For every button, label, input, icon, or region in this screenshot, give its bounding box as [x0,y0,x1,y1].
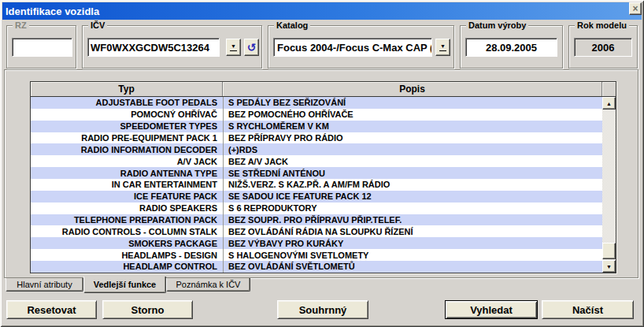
cell-typ: RADIO PRE-EQUIPMENT PACK 1 [31,132,223,144]
tab-hlavni-atributy[interactable]: Hlavní atributy [6,278,83,292]
table-row[interactable]: TELEPHONE PREPARATION PACKBEZ SOUPR. PRO… [31,214,602,226]
vyhledat-button[interactable]: Vyhledat [445,300,538,319]
chevron-down-icon: ▼ [440,44,446,49]
storno-button[interactable]: Storno [102,300,193,319]
cell-typ: SMOKERS PACKAGE [31,237,223,249]
window-title: Identifikace vozidla [6,6,99,17]
datum-vyroby-value[interactable]: 28.09.2005 [465,38,557,57]
cell-popis: (+)RDS [223,143,602,155]
cell-popis: BEZ SOUPR. PRO PŘÍPRAVU PŘIP.TELEF. [223,214,602,226]
table-row[interactable]: POMOCNÝ OHŘÍVAČBEZ POMOCNÉHO OHŘÍVAČE [31,109,602,121]
cell-popis: BEZ OVLÁDÁNÍ SVĚTLOMETŮ [223,261,602,273]
vehicle-identification-dialog: Identifikace vozidla × RZ IČV ▼ ↺ Katalo… [0,0,644,327]
attributes-table: Typ Popis ADJUSTABLE FOOT PEDALSS PEDÁLY… [30,81,616,273]
cell-typ: SPEEDOMETER TYPES [31,121,223,132]
cell-typ: A/V JACK [31,155,223,167]
cell-typ: HEADLAMPS - DESIGN [31,249,223,261]
table-row[interactable]: ADJUSTABLE FOOT PEDALSS PEDÁLY BEZ SEŘIZ… [31,97,602,109]
cell-typ: HEADLAMP CONTROL [31,261,223,273]
souhrnny-button[interactable]: Souhrnný [277,300,368,319]
close-button[interactable]: × [629,2,642,15]
table-body: ADJUSTABLE FOOT PEDALSS PEDÁLY BEZ SEŘIZ… [31,97,602,273]
cell-popis: BEZ VÝBAVY PRO KURÁKY [223,237,602,249]
table-row[interactable]: RADIO ANTENNA TYPESE STŘEDNÍ ANTÉNOU [31,167,602,179]
tab-vedlejsi-funkce[interactable]: Vedlejší funkce [83,277,166,293]
rok-modelu-value: 2006 [574,38,632,57]
cell-typ: RADIO CONTROLS - COLUMN STALK [31,225,223,237]
cell-typ: TELEPHONE PREPARATION PACK [31,214,223,226]
katalog-dropdown-button[interactable]: ▼ [435,39,450,56]
scroll-down-button[interactable]: ▼ [602,260,616,273]
katalog-combobox[interactable]: Focus 2004-/Focus C-Max CAP (GC [273,38,432,57]
cell-typ: RADIO INFORMATION DECODER [31,143,223,155]
resetovat-button[interactable]: Resetovat [6,300,97,319]
chevron-down-icon: ▼ [231,44,236,49]
scrollbar-thumb[interactable] [602,243,616,259]
icv-refresh-button[interactable]: ↺ [244,39,259,56]
arrow-up-icon: ▲ [606,101,612,106]
groupbox-datum-vyroby: Datum výroby 28.09.2005 [460,25,563,69]
groupbox-icv: IČV ▼ ↺ [82,25,262,69]
cell-popis: BEZ POMOCNÉHO OHŘÍVAČE [223,109,602,121]
table-row[interactable]: RADIO SPEAKERSS 6 REPRODUKTORY [31,203,602,214]
cell-popis: S RYCHLOMĚREM V KM [223,121,602,132]
refresh-icon: ↺ [247,42,257,53]
table-row[interactable]: RADIO CONTROLS - COLUMN STALKBEZ OVLÁDÁN… [31,225,602,237]
tab-strip: Hlavní atributy Vedlejší funkce Poznámka… [6,278,250,295]
table-row[interactable]: RADIO PRE-EQUIPMENT PACK 1BEZ PŘÍPRAVY P… [31,132,602,144]
tab-poznamka-k-icv[interactable]: Poznámka k IČV [166,278,250,292]
cell-typ: ADJUSTABLE FOOT PEDALS [31,97,223,109]
table-row[interactable]: A/V JACKBEZ A/V JACK [31,155,602,167]
dropdown-underline [230,50,237,51]
rz-input[interactable] [12,38,72,57]
table-row[interactable]: RADIO INFORMATION DECODER(+)RDS [31,143,602,155]
cell-popis: SE STŘEDNÍ ANTÉNOU [223,167,602,179]
scrollbar-track[interactable] [602,110,616,260]
vertical-scrollbar[interactable]: ▲ ▼ [602,97,616,273]
close-icon: × [632,4,638,13]
table-row[interactable]: HEADLAMPS - DESIGNS HALOGENOVÝMI SVETLOM… [31,249,602,261]
cell-popis: S PEDÁLY BEZ SEŘIZOVÁNÍ [223,97,602,109]
groupbox-rz: RZ [6,25,76,69]
scroll-up-button[interactable]: ▲ [602,97,616,110]
nacist-button[interactable]: Načíst [542,300,634,319]
arrow-down-icon: ▼ [606,264,612,269]
cell-popis: BEZ OVLÁDÁNÍ RÁDIA NA SLOUPKU ŘÍZENÍ [223,225,602,237]
cell-typ: ICE FEATURE PACK [31,191,223,203]
cell-popis: SE SADOU ICE FEATURE PACK 12 [223,191,602,203]
groupbox-katalog: Katalog Focus 2004-/Focus C-Max CAP (GC … [268,25,454,69]
rz-label: RZ [13,20,29,30]
table-header: Typ Popis [31,82,616,97]
cell-popis: BEZ A/V JACK [223,155,602,167]
katalog-label: Katalog [274,20,310,30]
title-bar[interactable]: Identifikace vozidla [2,2,642,20]
cell-typ: RADIO SPEAKERS [31,203,223,214]
icv-label: IČV [88,20,107,30]
column-header-typ[interactable]: Typ [31,82,223,96]
cell-typ: IN CAR ENTERTAINMENT [31,179,223,191]
table-row[interactable]: ICE FEATURE PACKSE SADOU ICE FEATURE PAC… [31,191,602,203]
table-row[interactable]: HEADLAMP CONTROLBEZ OVLÁDÁNÍ SVĚTLOMETŮ [31,261,602,273]
icv-input[interactable] [87,38,220,57]
cell-popis: BEZ PŘÍPRAVY PRO RÁDIO [223,132,602,144]
groupbox-rok-modelu: Rok modelu 2006 [568,25,638,69]
dropdown-underline [439,50,446,51]
table-row[interactable]: SMOKERS PACKAGEBEZ VÝBAVY PRO KURÁKY [31,237,602,249]
icv-dropdown-button[interactable]: ▼ [226,39,241,56]
datum-vyroby-label: Datum výroby [466,20,528,30]
cell-popis: S 6 REPRODUKTORY [223,203,602,214]
table-row[interactable]: IN CAR ENTERTAINMENTNIŽŠ.VERZ. S KAZ.PŘ.… [31,179,602,191]
cell-typ: POMOCNÝ OHŘÍVAČ [31,109,223,121]
cell-popis: NIŽŠ.VERZ. S KAZ.PŘ. A AM/FM RÁDIO [223,179,602,191]
column-header-popis[interactable]: Popis [223,82,602,96]
cell-popis: S HALOGENOVÝMI SVETLOMETY [223,249,602,261]
table-row[interactable]: SPEEDOMETER TYPESS RYCHLOMĚREM V KM [31,121,602,132]
column-header-blank [602,82,616,96]
rok-modelu-label: Rok modelu [575,20,629,30]
cell-typ: RADIO ANTENNA TYPE [31,167,223,179]
